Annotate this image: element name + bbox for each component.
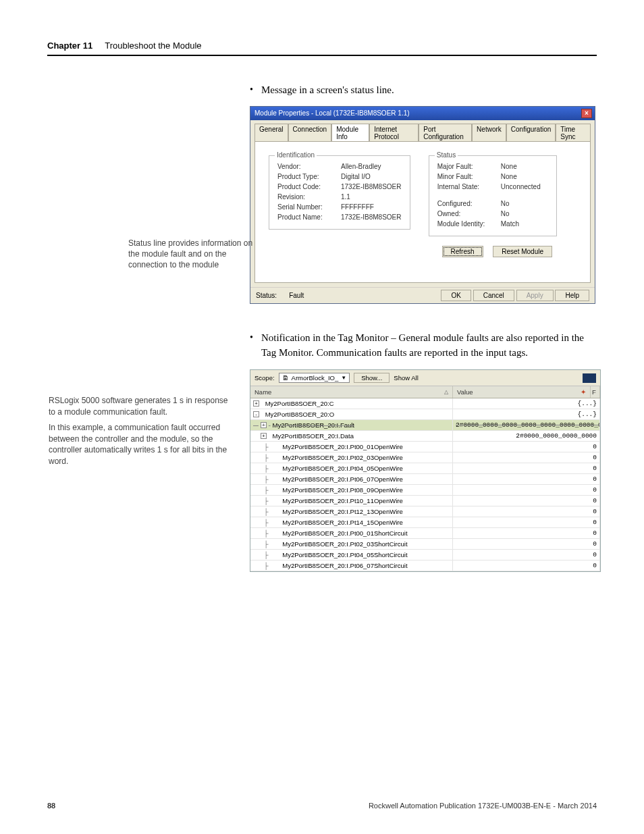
table-row[interactable]: + My2PortIB8SOER_20:I.Fault2#0000_0000_0…	[250, 420, 600, 431]
show-button[interactable]: Show...	[354, 373, 390, 383]
tab-port-configuration[interactable]: Port Configuration	[419, 124, 472, 142]
table-row[interactable]: + My2PortIB8SOER_20:C{...}	[250, 398, 600, 409]
tag-value-cell: 2#0000_0000_0000_0000	[453, 431, 600, 441]
table-row[interactable]: ├ My2PortIB8SOER_20:I.Pt10_11OpenWire0	[250, 496, 600, 506]
bullet-2: • Notification in the Tag Monitor – Gene…	[250, 331, 597, 361]
dialog-titlebar[interactable]: Module Properties - Local (1732E-IB8M8SO…	[250, 107, 595, 120]
expand-icon[interactable]: -	[253, 411, 259, 417]
chevron-down-icon: ▼	[341, 375, 346, 381]
tag-name-cell: + My2PortIB8SOER_20:I.Data	[250, 431, 453, 441]
product-name-value: 1732E-IB8M8SOER	[341, 213, 402, 221]
revision-label: Revision:	[277, 193, 330, 201]
callout-2a: RSLogix 5000 software generates 1 s in r…	[49, 395, 232, 418]
table-row[interactable]: ├ My2PortIB8SOER_20:I.Pt04_05OpenWire0	[250, 463, 600, 474]
identification-legend: Identification	[275, 151, 317, 159]
module-properties-dialog: Module Properties - Local (1732E-IB8M8SO…	[250, 106, 595, 304]
tab-internet-protocol[interactable]: Internet Protocol	[369, 124, 419, 142]
tag-name: My2PortIB8SOER_20:I.Pt12_13OpenWire	[282, 508, 402, 515]
tag-value-cell: {...}	[453, 409, 600, 419]
tab-network[interactable]: Network	[472, 124, 506, 142]
expand-icon[interactable]: +	[261, 433, 267, 439]
expand-icon[interactable]: +	[261, 422, 267, 428]
scope-dropdown[interactable]: 🗎 ArmorBlock_IO_ ▼	[279, 373, 350, 383]
chapter-title: Troubleshoot the Module	[105, 41, 201, 51]
tag-value-cell: 0	[453, 528, 600, 538]
serial-label: Serial Number:	[277, 203, 330, 211]
tab-configuration[interactable]: Configuration	[506, 124, 556, 142]
product-name-label: Product Name:	[277, 213, 330, 221]
table-row[interactable]: ├ My2PortIB8SOER_20:I.Pt06_07OpenWire0	[250, 474, 600, 485]
configured-label: Configured:	[437, 200, 490, 207]
minor-fault-label: Minor Fault:	[437, 173, 490, 180]
tag-value-cell: 0	[453, 506, 600, 517]
help-button[interactable]: Help	[555, 290, 589, 301]
expand-icon[interactable]: +	[253, 400, 259, 407]
tag-value-cell: {...}	[453, 398, 600, 409]
tag-monitor-body: + My2PortIB8SOER_20:C{...}- My2PortIB8SO…	[250, 398, 600, 571]
tag-name: My2PortIB8SOER_20:I.Pt02_03OpenWire	[282, 454, 402, 461]
col-name-text: Name	[254, 388, 271, 396]
tab-time-sync[interactable]: Time Sync	[556, 124, 591, 142]
sort-asc-icon: △	[444, 389, 448, 395]
tag-value-cell: 0	[453, 550, 600, 560]
table-row[interactable]: ├ My2PortIB8SOER_20:I.Pt00_01ShortCircui…	[250, 528, 600, 539]
close-icon[interactable]: ×	[581, 109, 592, 118]
table-row[interactable]: - My2PortIB8SOER_20:O{...}	[250, 409, 600, 420]
internal-state-label: Internal State:	[437, 183, 490, 190]
tag-name: My2PortIB8SOER_20:I.Pt04_05ShortCircuit	[282, 551, 407, 558]
tag-name: My2PortIB8SOER_20:I.Pt08_09OpenWire	[282, 486, 402, 494]
table-row[interactable]: ├ My2PortIB8SOER_20:I.Pt12_13OpenWire0	[250, 506, 600, 517]
callout-tag-monitor: RSLogix 5000 software generates 1 s in r…	[49, 395, 232, 467]
controller-icon: 🗎	[282, 374, 289, 382]
tag-name-cell: ├ My2PortIB8SOER_20:I.Pt02_03ShortCircui…	[250, 539, 453, 549]
screenshot-dialog-wrap: Status line provides information on the …	[250, 106, 597, 304]
table-row[interactable]: ├ My2PortIB8SOER_20:I.Pt02_03ShortCircui…	[250, 539, 600, 550]
status-legend: Status	[435, 151, 458, 159]
table-row[interactable]: ├ My2PortIB8SOER_20:I.Pt14_15OpenWire0	[250, 517, 600, 528]
tag-name-cell: ├ My2PortIB8SOER_20:I.Pt02_03OpenWire	[250, 452, 453, 463]
tag-name: My2PortIB8SOER_20:I.Data	[273, 432, 354, 440]
table-row[interactable]: ├ My2PortIB8SOER_20:I.Pt02_03OpenWire0	[250, 452, 600, 463]
serial-value: FFFFFFFF	[341, 203, 402, 211]
configured-value: No	[501, 200, 548, 207]
bullet-dot-icon: •	[250, 83, 253, 97]
table-row[interactable]: ├ My2PortIB8SOER_20:I.Pt06_07ShortCircui…	[250, 561, 600, 571]
tag-name: My2PortIB8SOER_20:I.Pt00_01OpenWire	[282, 443, 402, 450]
minor-fault-value: None	[501, 173, 548, 180]
internal-state-value: Unconnected	[501, 183, 548, 190]
screenshot-tagmonitor-wrap: RSLogix 5000 software generates 1 s in r…	[250, 369, 597, 572]
tab-module-info[interactable]: Module Info	[331, 124, 369, 142]
vendor-value: Allen-Bradley	[341, 163, 402, 170]
page: Chapter 11 Troubleshoot the Module • Mes…	[0, 0, 644, 834]
reset-module-button[interactable]: Reset Module	[493, 246, 552, 257]
tag-name-cell: ├ My2PortIB8SOER_20:I.Pt00_01OpenWire	[250, 442, 453, 452]
tab-body: Identification Vendor:Allen-Bradley Prod…	[254, 141, 591, 283]
table-row[interactable]: ├ My2PortIB8SOER_20:I.Pt08_09OpenWire0	[250, 485, 600, 496]
product-code-label: Product Code:	[277, 183, 330, 190]
callout-status-line: Status line provides information on the …	[128, 238, 263, 271]
vendor-label: Vendor:	[277, 163, 330, 170]
table-row[interactable]: + My2PortIB8SOER_20:I.Data2#0000_0000_00…	[250, 431, 600, 442]
bullet-1: • Message in a screen's status line.	[250, 83, 597, 98]
owned-value: No	[501, 210, 548, 217]
tag-monitor-header: Name △ Value ✦ F	[250, 386, 600, 398]
col-value-header[interactable]: Value ✦	[453, 386, 591, 398]
scope-value: ArmorBlock_IO_	[292, 374, 339, 382]
refresh-button[interactable]: Refresh	[442, 246, 483, 257]
tag-name-cell: ├ My2PortIB8SOER_20:I.Pt00_01ShortCircui…	[250, 528, 453, 538]
apply-button[interactable]: Apply	[516, 290, 554, 301]
tag-name: My2PortIB8SOER_20:I.Pt02_03ShortCircuit	[282, 540, 407, 548]
tag-name-cell: - My2PortIB8SOER_20:O	[250, 409, 453, 419]
callout-2b: In this example, a communication fault o…	[49, 422, 232, 467]
col-name-header[interactable]: Name △	[250, 386, 453, 398]
table-row[interactable]: ├ My2PortIB8SOER_20:I.Pt04_05ShortCircui…	[250, 550, 600, 561]
owned-label: Owned:	[437, 210, 490, 217]
bullet-1-text: Message in a screen's status line.	[261, 83, 394, 98]
status-value: Fault	[289, 292, 304, 299]
cancel-button[interactable]: Cancel	[473, 290, 514, 301]
tag-name-cell: ├ My2PortIB8SOER_20:I.Pt06_07OpenWire	[250, 474, 453, 484]
tab-connection[interactable]: Connection	[288, 124, 332, 142]
table-row[interactable]: ├ My2PortIB8SOER_20:I.Pt00_01OpenWire0	[250, 442, 600, 452]
ok-button[interactable]: OK	[441, 290, 471, 301]
tab-general[interactable]: General	[254, 124, 288, 142]
